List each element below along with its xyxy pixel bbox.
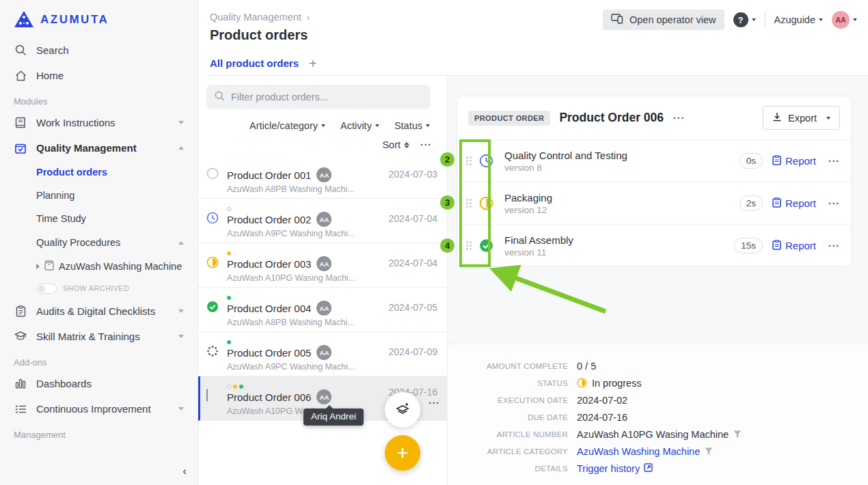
sidebar-item-search[interactable]: Search (0, 38, 198, 63)
sidebar-item-continuous-improvement[interactable]: Continuous Improvement (0, 396, 198, 421)
info-row-execution-date: EXECUTION DATE 2024-07-02 (448, 391, 868, 408)
open-operator-view-button[interactable]: Open operator view (603, 10, 724, 30)
chevron-down-icon (853, 18, 857, 21)
progress-dot (227, 207, 231, 211)
step-name: Packaging (504, 192, 740, 204)
sidebar-item-quality-management[interactable]: Quality Management (0, 135, 198, 161)
report-link[interactable]: Report (772, 240, 816, 252)
sidebar-section-modules: Modules (0, 88, 198, 110)
detail-title: Product Order 006 (559, 111, 664, 125)
help-menu[interactable]: ? (733, 12, 756, 27)
azuguide-menu[interactable]: Azuguide (774, 14, 823, 25)
user-menu[interactable]: AA (832, 11, 857, 29)
drag-handle-icon[interactable] (466, 199, 472, 208)
product-order-detail-panel: PRODUCT ORDER Product Order 006 ··· Expo… (448, 76, 868, 485)
step-time-badge: 15s (734, 238, 763, 253)
export-button[interactable]: Export (763, 106, 840, 130)
chevron-down-icon (826, 117, 830, 120)
sidebar-item-product-orders[interactable]: Product orders (0, 161, 198, 184)
trigger-history-label: Trigger history (577, 463, 640, 474)
add-product-order-fab[interactable]: + (385, 435, 420, 471)
progress-dot (233, 385, 237, 389)
sidebar-item-time-study[interactable]: Time Study (0, 207, 198, 230)
status-in-progress-icon (206, 250, 227, 287)
row-checkbox[interactable] (206, 389, 208, 402)
book-icon (14, 117, 27, 128)
drag-handle-icon[interactable] (466, 241, 472, 250)
report-label: Report (785, 240, 816, 251)
add-tab-button[interactable]: + (309, 56, 317, 72)
step-more-menu[interactable]: ··· (828, 198, 840, 209)
order-row-002[interactable]: Product Order 002 AA AzuWash A9PC Washin… (198, 199, 447, 243)
order-name: Product Order 006 (227, 391, 311, 403)
step-version: version 12 (504, 205, 740, 215)
brand-logo[interactable]: AZUMUTA (0, 0, 198, 38)
sidebar-item-audits[interactable]: Audits & Digital Checklists (0, 299, 198, 324)
order-article: AzuWash A10PG Wasing Machi... (227, 273, 364, 283)
order-date: 2024-07-09 (388, 346, 437, 357)
order-row-005[interactable]: Product Order 005 AA AzuWash A9PC Washin… (198, 332, 447, 376)
order-row-003[interactable]: Product Order 003 AA AzuWash A10PG Wasin… (198, 243, 447, 288)
trigger-history-link[interactable]: Trigger history (577, 463, 653, 474)
info-label: STATUS (448, 379, 568, 387)
sidebar-item-dashboards[interactable]: Dashboards (0, 371, 198, 396)
sidebar-item-skill-matrix[interactable]: Skill Matrix & Trainings (0, 324, 198, 349)
product-orders-list-panel: Article/category Activity Status Sort ··… (198, 76, 448, 485)
check-square-icon (14, 143, 27, 154)
step-more-menu[interactable]: ··· (828, 240, 840, 251)
bar-chart-icon (14, 378, 27, 389)
azumuta-logo-icon (14, 10, 34, 29)
order-name: Product Order 003 (227, 258, 311, 270)
assignee-avatar[interactable]: AA (316, 389, 331, 404)
step-name: Quality Control and Testing (504, 150, 740, 161)
report-link[interactable]: Report (772, 197, 816, 210)
sort-control[interactable]: Sort (382, 139, 409, 150)
breadcrumb: Quality Management › (210, 12, 310, 23)
product-order-card: PRODUCT ORDER Product Order 006 ··· Expo… (457, 96, 852, 266)
filter-activity[interactable]: Activity (340, 120, 379, 131)
help-icon: ? (733, 12, 748, 27)
azuguide-label: Azuguide (774, 14, 815, 25)
info-row-article-number: ARTICLE NUMBER AzuWash A10PG Wasing Mach… (448, 426, 868, 443)
step-row-packaging[interactable]: Packaging version 12 2s Report ··· (457, 182, 851, 224)
sidebar-item-label: AzuWash Washing Machine (59, 261, 182, 272)
order-row-004[interactable]: Product Order 004 AA AzuWash A8PB Washin… (198, 288, 447, 332)
step-row-quality-control[interactable]: Quality Control and Testing version 8 0s… (457, 139, 851, 182)
filter-funnel-icon[interactable] (733, 429, 742, 440)
info-label: ARTICLE NUMBER (448, 430, 568, 439)
report-link[interactable]: Report (772, 155, 816, 167)
drag-handle-icon[interactable] (466, 156, 472, 165)
sidebar-item-label: Home (36, 70, 64, 81)
sidebar-item-quality-procedures[interactable]: Quality Procedures (0, 230, 198, 255)
progress-dot (227, 251, 231, 255)
step-more-menu[interactable]: ··· (828, 156, 840, 167)
show-archived-label: SHOW ARCHIVED (63, 284, 129, 292)
order-row-001[interactable]: Product Order 001 AA AzuWash A8PB Washin… (198, 154, 447, 199)
sidebar-item-planning[interactable]: Planning (0, 184, 198, 207)
step-row-final-assembly[interactable]: Final Assembly version 11 15s Report ··· (457, 224, 851, 266)
topbar-divider (765, 12, 765, 28)
sidebar: AZUMUTA Search Home Modules Work Instruc… (0, 0, 198, 485)
filter-funnel-icon[interactable] (705, 446, 713, 457)
article-category-link[interactable]: AzuWash Washing Machine (577, 446, 700, 457)
sidebar-item-home[interactable]: Home (0, 63, 198, 88)
show-archived-row: SHOW ARCHIVED (0, 278, 198, 299)
breadcrumb-parent[interactable]: Quality Management (210, 12, 301, 23)
sidebar-collapse-button[interactable]: ‹ (182, 465, 187, 478)
row-more-menu[interactable]: ··· (429, 398, 440, 408)
status-done-icon (206, 294, 227, 331)
info-row-details: DETAILS Trigger history (448, 460, 868, 477)
filter-product-orders-input[interactable] (231, 92, 422, 102)
report-clipboard-icon (772, 240, 781, 252)
bulk-actions-button[interactable] (385, 392, 420, 428)
filter-label: Activity (340, 120, 372, 131)
order-date: 2024-07-03 (388, 169, 437, 180)
show-archived-toggle[interactable] (36, 283, 57, 294)
list-more-menu[interactable]: ··· (420, 139, 432, 150)
expand-triangle-icon (36, 264, 40, 269)
filter-status[interactable]: Status (394, 120, 430, 131)
detail-more-menu[interactable]: ··· (673, 113, 685, 124)
filter-article-category[interactable]: Article/category (249, 120, 325, 131)
sidebar-tree-azuwash[interactable]: AzuWash Washing Machine (0, 255, 198, 278)
sidebar-item-work-instructions[interactable]: Work Instructions (0, 110, 198, 135)
